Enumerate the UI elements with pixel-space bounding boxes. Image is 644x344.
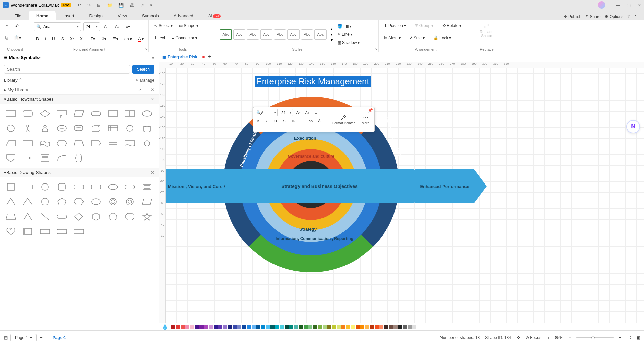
shape-roundrect[interactable] — [21, 107, 34, 120]
layers-icon[interactable]: ❖ — [517, 335, 520, 340]
float-color-icon[interactable]: A — [316, 118, 323, 124]
bullets-button[interactable]: ☰▾ — [111, 35, 120, 42]
shape-stadium[interactable] — [89, 107, 103, 120]
color-swatch[interactable] — [247, 325, 251, 329]
mylib-close-icon[interactable]: ✕ — [151, 87, 154, 92]
shape-cube[interactable] — [89, 122, 103, 134]
style-swatch-1[interactable]: Abc — [220, 29, 232, 40]
dshape-tri[interactable] — [4, 196, 18, 208]
color-swatch[interactable] — [408, 325, 412, 329]
shape-tool[interactable]: ▭ Shape ▾ — [177, 22, 200, 29]
shape-arc[interactable] — [55, 152, 69, 164]
shape-pent[interactable] — [89, 137, 103, 149]
styles-up-icon[interactable]: ▴ — [331, 27, 333, 31]
dshape-hex[interactable] — [72, 196, 86, 208]
shape-arrow[interactable] — [21, 152, 34, 164]
shape-parallelogram[interactable] — [72, 107, 86, 120]
zoom-out-icon[interactable]: − — [569, 335, 571, 340]
shape-trap[interactable] — [4, 137, 18, 149]
replace-shape-button[interactable]: ⇄ Replace Shape — [477, 22, 497, 38]
menu-chevron-icon[interactable]: ⌃ — [634, 14, 637, 19]
color-swatch[interactable] — [185, 325, 189, 329]
zoom-slider[interactable] — [576, 337, 614, 338]
color-swatch[interactable] — [228, 325, 232, 329]
dshape-star[interactable] — [140, 211, 154, 223]
shape-circle2[interactable] — [123, 122, 137, 134]
styles-more-icon[interactable]: ▾ — [331, 38, 333, 42]
cut-button[interactable]: ✂ — [3, 22, 11, 29]
font-color-button[interactable]: A▾ — [136, 35, 146, 43]
add-page-button[interactable]: + — [39, 335, 42, 341]
qat-more-icon[interactable]: ▾ — [150, 3, 152, 8]
color-swatch[interactable] — [417, 325, 421, 329]
float-bullets-icon[interactable]: ☰ — [299, 118, 305, 124]
style-swatch-7[interactable]: Abc — [301, 29, 313, 40]
float-strike-icon[interactable]: S — [281, 118, 288, 124]
fit-icon[interactable]: ⛶ — [627, 335, 631, 340]
menu-insert[interactable]: Insert — [56, 11, 82, 20]
new-tab-button[interactable]: + — [208, 53, 212, 60]
strike-button[interactable]: S — [59, 35, 66, 42]
dshape-rsq[interactable] — [55, 181, 69, 193]
pin-icon[interactable]: 📌 — [368, 108, 373, 113]
color-swatch[interactable] — [270, 325, 275, 329]
color-swatch[interactable] — [327, 325, 331, 329]
dshape-pent[interactable] — [55, 196, 69, 208]
color-swatch[interactable] — [204, 325, 208, 329]
search-button[interactable]: Search — [132, 65, 154, 74]
color-swatch[interactable] — [280, 325, 284, 329]
color-swatch[interactable] — [237, 325, 241, 329]
library-toggle[interactable]: Library ⌃ — [4, 78, 22, 83]
italic-button[interactable]: I — [43, 35, 48, 42]
focus-button[interactable]: ⊙ Focus — [526, 335, 541, 340]
dshape-dring[interactable] — [123, 196, 137, 208]
color-swatch[interactable] — [370, 325, 374, 329]
color-swatch[interactable] — [304, 325, 308, 329]
color-swatch[interactable] — [199, 325, 204, 329]
dshape-circ[interactable] — [38, 181, 52, 193]
menu-design[interactable]: Design — [82, 11, 110, 20]
dshape-para[interactable] — [140, 196, 154, 208]
floating-toolbar[interactable]: 📌 🔍Arial▾ 24▾ A↑ A↓ ≡ B I U S ⇅ ☰ ab — [253, 107, 375, 132]
shape-subprocess2[interactable] — [123, 107, 137, 120]
label-governance[interactable]: Governance and culture — [284, 154, 338, 159]
color-swatch[interactable] — [233, 325, 237, 329]
align-button[interactable]: ⊫ Align▾ — [382, 34, 403, 41]
float-font-select[interactable]: 🔍Arial▾ — [255, 109, 278, 116]
shape-onpage[interactable] — [140, 137, 154, 149]
redo-icon[interactable]: ↷ — [87, 3, 91, 8]
color-swatch[interactable] — [346, 325, 350, 329]
text-tool[interactable]: T Text — [152, 34, 167, 41]
shape-circle[interactable] — [4, 122, 18, 134]
undo-icon[interactable]: ↶ — [77, 3, 81, 8]
float-italic-icon[interactable]: I — [263, 118, 270, 124]
color-swatch[interactable] — [294, 325, 298, 329]
bold-button[interactable]: B — [34, 35, 41, 42]
shape-can[interactable] — [140, 122, 154, 134]
open-icon[interactable]: 📁 — [107, 3, 112, 8]
shape-hex[interactable] — [55, 137, 69, 149]
float-highlight-icon[interactable]: ab — [307, 118, 314, 124]
dshape-stad[interactable] — [123, 181, 137, 193]
color-swatch[interactable] — [389, 325, 393, 329]
color-swatch[interactable] — [360, 325, 364, 329]
style-swatch-3[interactable]: Abc — [247, 29, 259, 40]
dshape-oct[interactable] — [123, 211, 137, 223]
styles-down-icon[interactable]: ▾ — [331, 32, 333, 37]
color-swatch[interactable] — [384, 325, 388, 329]
dshape-hept[interactable] — [106, 211, 120, 223]
lock-button[interactable]: 🔒 Lock▾ — [431, 34, 453, 41]
color-swatch[interactable] — [356, 325, 360, 329]
menu-symbols[interactable]: Symbols — [135, 11, 166, 20]
dshape-ell[interactable] — [106, 181, 120, 193]
dshape-trap[interactable] — [4, 211, 18, 223]
color-swatch[interactable] — [209, 325, 213, 329]
shape-note[interactable] — [38, 152, 52, 164]
color-swatch[interactable] — [176, 325, 180, 329]
style-swatch-4[interactable]: Abc — [260, 29, 272, 40]
color-swatch[interactable] — [214, 325, 218, 329]
canvas[interactable]: Enterprise Risk Management Mission , Vis… — [166, 68, 644, 330]
color-swatch[interactable] — [275, 325, 279, 329]
cat2-close-icon[interactable]: ✕ — [151, 170, 154, 175]
rotate-button[interactable]: ⟲ Rotate▾ — [440, 22, 463, 29]
